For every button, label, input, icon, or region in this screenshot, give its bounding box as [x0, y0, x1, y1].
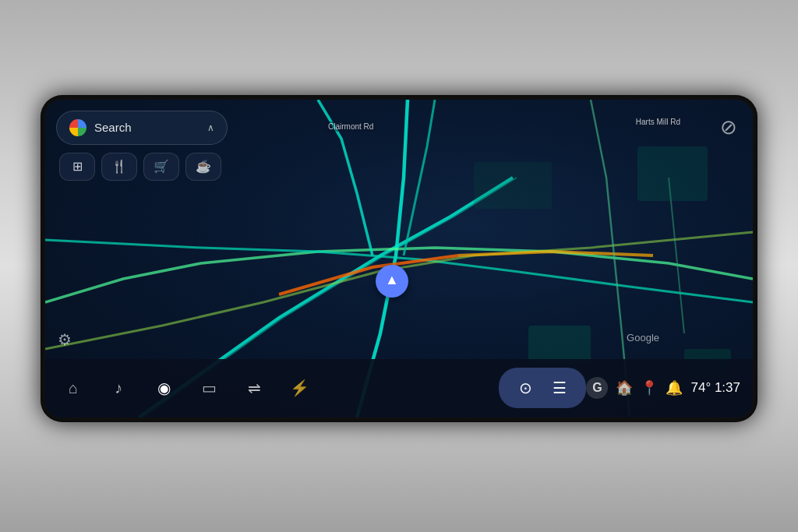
google-status-btn[interactable]: G [586, 377, 608, 399]
car-bezel: Clairmont Rd Harts Mill Rd Google ⊘ Sear… [0, 0, 798, 532]
svg-rect-3 [637, 146, 708, 201]
bottom-nav-items: ⌂ ♪ ◉ ▭ ⇌ ⚡ [58, 372, 499, 403]
category-grid-btn[interactable]: ⊞ [59, 153, 95, 181]
screen-outer: Clairmont Rd Harts Mill Rd Google ⊘ Sear… [41, 95, 757, 422]
category-shopping-btn[interactable]: 🛒 [143, 153, 179, 181]
maps-center-btn[interactable]: ⊙ [510, 372, 541, 403]
home-status-icon[interactable]: 🏠 [616, 379, 633, 396]
notification-icon[interactable]: 🔔 [666, 379, 683, 396]
phone-btn[interactable]: ▭ [193, 372, 224, 403]
chevron-up-icon: ∧ [207, 122, 214, 133]
nav-location-btn[interactable]: ◉ [148, 372, 179, 403]
category-coffee-btn[interactable]: ☕ [185, 153, 221, 181]
clairmont-rd-label: Clairmont Rd [326, 122, 376, 132]
bottom-bar: ⌂ ♪ ◉ ▭ ⇌ ⚡ ⊙ ☰ G 🏠 📍 🔔 [45, 359, 753, 417]
settings-button[interactable]: ⚙ [58, 330, 72, 349]
location-status-icon[interactable]: 📍 [641, 379, 658, 396]
navigation-arrow [376, 265, 408, 298]
svg-rect-2 [474, 162, 552, 209]
power-btn[interactable]: ⚡ [284, 372, 315, 403]
temp-time-display: 74° 1:37 [690, 380, 740, 396]
controls-btn[interactable]: ⇌ [238, 372, 270, 403]
search-label: Search [94, 121, 200, 134]
google-watermark: Google [627, 332, 659, 344]
home-btn[interactable]: ⌂ [58, 372, 89, 403]
status-area: G 🏠 📍 🔔 74° 1:37 [586, 377, 740, 399]
menu-center-btn[interactable]: ☰ [544, 372, 575, 403]
search-panel: Search ∧ ⊞ 🍴 🛒 ☕ [56, 111, 228, 181]
music-btn[interactable]: ♪ [103, 372, 134, 403]
category-icons: ⊞ 🍴 🛒 ☕ [56, 153, 228, 181]
harts-mill-rd-label: Harts Mill Rd [634, 117, 683, 127]
search-bar[interactable]: Search ∧ [56, 111, 228, 145]
category-food-btn[interactable]: 🍴 [101, 153, 137, 181]
nav-center-group: ⊙ ☰ [499, 368, 586, 408]
no-entry-icon: ⊘ [720, 115, 737, 139]
screen-inner: Clairmont Rd Harts Mill Rd Google ⊘ Sear… [45, 100, 753, 417]
google-maps-icon [69, 119, 87, 136]
